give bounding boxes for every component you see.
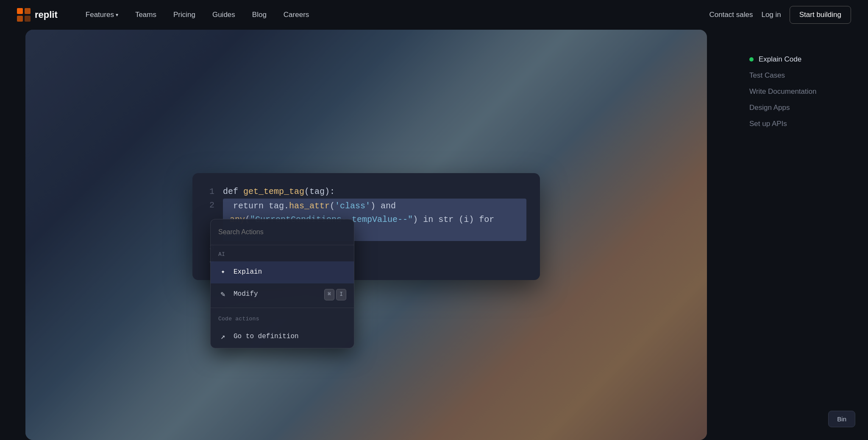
ai-section-label: AI [211, 245, 354, 262]
start-building-button[interactable]: Start building [790, 6, 851, 24]
modify-menu-item[interactable]: ✎ Modify ⌘ I [211, 283, 354, 306]
logo[interactable]: replit [17, 8, 58, 22]
right-set-up-apis[interactable]: Set up APIs [749, 120, 851, 128]
nav-links: Features ▾ Teams Pricing Guides Blog Car… [79, 7, 709, 22]
right-write-docs[interactable]: Write Documentation [749, 87, 851, 96]
nav-right: Contact sales Log in Start building [709, 6, 851, 24]
editor-panel: 1 def get_temp_tag(tag): 2 return tag.ha… [0, 30, 732, 440]
menu-divider [211, 308, 354, 308]
svg-rect-0 [17, 8, 23, 14]
code-actions-label: Code actions [211, 310, 354, 326]
nav-teams[interactable]: Teams [128, 7, 163, 22]
log-in-link[interactable]: Log in [761, 11, 781, 19]
modify-shortcut: ⌘ I [324, 289, 346, 300]
right-design-apps[interactable]: Design Apps [749, 104, 851, 112]
code-editor[interactable]: 1 def get_temp_tag(tag): 2 return tag.ha… [206, 185, 526, 268]
explain-icon: ✦ [218, 268, 228, 277]
logo-text: replit [35, 9, 58, 20]
navbar: replit Features ▾ Teams Pricing Guides B… [0, 0, 868, 30]
contact-sales-link[interactable]: Contact sales [709, 11, 753, 19]
code-window: 1 def get_temp_tag(tag): 2 return tag.ha… [192, 173, 540, 280]
svg-rect-2 [17, 16, 23, 22]
code-line-1: 1 def get_temp_tag(tag): [206, 185, 526, 199]
right-test-cases[interactable]: Test Cases [749, 71, 851, 80]
replit-logo-icon [17, 8, 31, 22]
go-to-definition-icon: ↗ [218, 332, 228, 342]
search-bar [211, 219, 354, 245]
active-dot [749, 57, 754, 62]
nav-features[interactable]: Features ▾ [79, 7, 125, 22]
right-panel: Explain Code Test Cases Write Documentat… [732, 30, 868, 440]
search-actions-input[interactable] [218, 228, 346, 236]
nav-careers[interactable]: Careers [277, 7, 316, 22]
explain-menu-item[interactable]: ✦ Explain [211, 261, 354, 283]
chevron-down-icon: ▾ [116, 12, 118, 18]
main-content: 1 def get_temp_tag(tag): 2 return tag.ha… [0, 30, 868, 440]
go-to-definition-item[interactable]: ↗ Go to definition [211, 326, 354, 348]
context-menu: AI ✦ Explain ✎ Modify ⌘ I [210, 219, 354, 349]
svg-rect-3 [25, 16, 31, 22]
bin-button[interactable]: Bin [828, 411, 855, 427]
modify-icon: ✎ [218, 290, 228, 299]
nav-pricing[interactable]: Pricing [167, 7, 202, 22]
svg-rect-1 [25, 8, 31, 14]
nav-blog[interactable]: Blog [245, 7, 273, 22]
right-explain-code[interactable]: Explain Code [749, 55, 851, 64]
nav-guides[interactable]: Guides [206, 7, 242, 22]
